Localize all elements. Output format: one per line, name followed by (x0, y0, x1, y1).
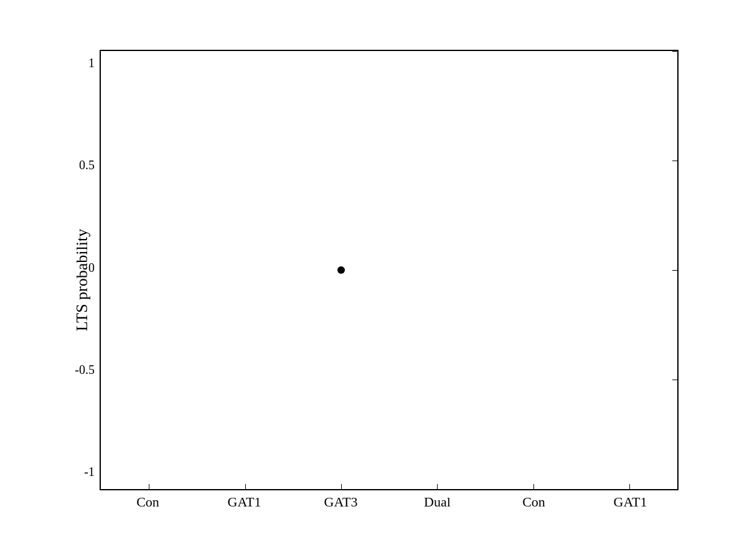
y-tick-line-75 (672, 380, 677, 380)
x-tick-gat3: GAT3 (298, 494, 385, 510)
y-tick-line-25 (672, 161, 677, 161)
x-tick-gat1-2: GAT1 (587, 494, 674, 510)
x-tick-line-5 (533, 484, 534, 489)
y-tick-1: 1 (88, 56, 95, 70)
x-tick-line-1 (149, 484, 149, 489)
x-tick-line-4 (437, 484, 438, 489)
chart-container: LTS probability 1 0.5 0 -0.5 -1 (31, 25, 716, 535)
x-tick-con2: Con (491, 494, 578, 510)
plot-box (100, 50, 679, 490)
x-tick-gat1-1: GAT1 (201, 494, 288, 510)
x-tick-con1: Con (105, 494, 192, 510)
y-axis-label: LTS probability (73, 229, 92, 331)
y-tick-line-bottom (672, 489, 677, 490)
x-axis: Con GAT1 GAT3 Dual Con GAT1 (100, 490, 679, 510)
x-tick-line-6 (629, 484, 630, 489)
y-tick-line-top (672, 51, 677, 52)
plot-with-axes: 1 0.5 0 -0.5 -1 (68, 50, 679, 510)
y-tick-n05: -0.5 (75, 363, 95, 377)
x-tick-line-3 (341, 484, 342, 489)
data-point-gat3 (337, 266, 345, 274)
x-tick-dual: Dual (394, 494, 481, 510)
y-tick-line-50 (672, 270, 677, 271)
y-tick-n1: -1 (84, 465, 95, 479)
x-tick-line-2 (245, 484, 246, 489)
y-tick-05: 0.5 (79, 158, 95, 172)
chart-area: LTS probability 1 0.5 0 -0.5 -1 (68, 50, 679, 510)
plot-right: Con GAT1 GAT3 Dual Con GAT1 (100, 50, 679, 510)
